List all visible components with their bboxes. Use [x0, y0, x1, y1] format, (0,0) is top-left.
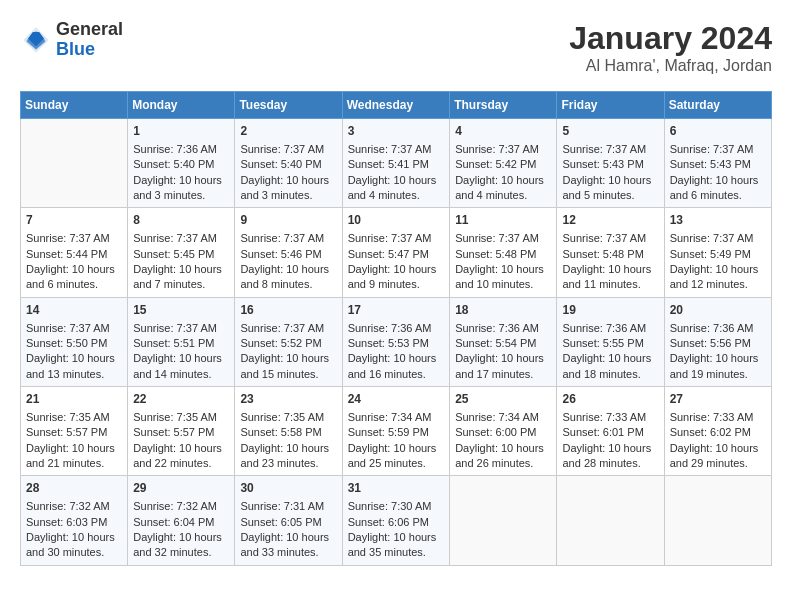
calendar-cell: 9Sunrise: 7:37 AMSunset: 5:46 PMDaylight… — [235, 208, 342, 297]
day-info: Sunrise: 7:36 AM — [455, 321, 551, 336]
day-info: Sunset: 5:53 PM — [348, 336, 445, 351]
day-info: Daylight: 10 hours — [670, 262, 766, 277]
page-header: General Blue January 2024 Al Hamra', Maf… — [20, 20, 772, 75]
day-number: 12 — [562, 212, 658, 229]
day-number: 2 — [240, 123, 336, 140]
day-info: and 32 minutes. — [133, 545, 229, 560]
day-info: Sunrise: 7:37 AM — [348, 231, 445, 246]
calendar-cell: 6Sunrise: 7:37 AMSunset: 5:43 PMDaylight… — [664, 119, 771, 208]
day-info: Sunset: 6:02 PM — [670, 425, 766, 440]
calendar-cell: 17Sunrise: 7:36 AMSunset: 5:53 PMDayligh… — [342, 297, 450, 386]
day-header-thursday: Thursday — [450, 92, 557, 119]
calendar-cell: 3Sunrise: 7:37 AMSunset: 5:41 PMDaylight… — [342, 119, 450, 208]
day-info: and 26 minutes. — [455, 456, 551, 471]
day-info: and 3 minutes. — [133, 188, 229, 203]
day-info: Sunrise: 7:37 AM — [670, 142, 766, 157]
calendar-cell: 16Sunrise: 7:37 AMSunset: 5:52 PMDayligh… — [235, 297, 342, 386]
calendar-cell: 23Sunrise: 7:35 AMSunset: 5:58 PMDayligh… — [235, 387, 342, 476]
day-number: 16 — [240, 302, 336, 319]
day-number: 9 — [240, 212, 336, 229]
day-info: Sunset: 5:56 PM — [670, 336, 766, 351]
day-info: Sunset: 5:42 PM — [455, 157, 551, 172]
day-info: Sunset: 5:47 PM — [348, 247, 445, 262]
calendar-cell: 21Sunrise: 7:35 AMSunset: 5:57 PMDayligh… — [21, 387, 128, 476]
day-info: and 19 minutes. — [670, 367, 766, 382]
day-info: Sunrise: 7:32 AM — [26, 499, 122, 514]
calendar-cell: 10Sunrise: 7:37 AMSunset: 5:47 PMDayligh… — [342, 208, 450, 297]
day-info: Daylight: 10 hours — [562, 173, 658, 188]
day-info: Daylight: 10 hours — [670, 173, 766, 188]
calendar-cell: 20Sunrise: 7:36 AMSunset: 5:56 PMDayligh… — [664, 297, 771, 386]
day-info: Daylight: 10 hours — [133, 262, 229, 277]
day-info: Daylight: 10 hours — [26, 530, 122, 545]
day-number: 5 — [562, 123, 658, 140]
day-info: Daylight: 10 hours — [562, 262, 658, 277]
day-info: Daylight: 10 hours — [670, 351, 766, 366]
day-info: Daylight: 10 hours — [455, 441, 551, 456]
day-info: Sunrise: 7:33 AM — [670, 410, 766, 425]
calendar-cell: 22Sunrise: 7:35 AMSunset: 5:57 PMDayligh… — [128, 387, 235, 476]
day-info: Sunrise: 7:36 AM — [562, 321, 658, 336]
day-info: Daylight: 10 hours — [455, 173, 551, 188]
day-header-wednesday: Wednesday — [342, 92, 450, 119]
day-number: 10 — [348, 212, 445, 229]
day-number: 24 — [348, 391, 445, 408]
day-info: Sunrise: 7:37 AM — [26, 231, 122, 246]
day-header-saturday: Saturday — [664, 92, 771, 119]
day-header-sunday: Sunday — [21, 92, 128, 119]
calendar-header-row: SundayMondayTuesdayWednesdayThursdayFrid… — [21, 92, 772, 119]
day-info: Daylight: 10 hours — [348, 351, 445, 366]
calendar-week-row: 28Sunrise: 7:32 AMSunset: 6:03 PMDayligh… — [21, 476, 772, 565]
calendar-cell — [450, 476, 557, 565]
day-number: 31 — [348, 480, 445, 497]
day-info: and 5 minutes. — [562, 188, 658, 203]
day-info: Sunrise: 7:33 AM — [562, 410, 658, 425]
day-info: Sunset: 5:48 PM — [455, 247, 551, 262]
day-info: Sunrise: 7:36 AM — [348, 321, 445, 336]
calendar-cell: 8Sunrise: 7:37 AMSunset: 5:45 PMDaylight… — [128, 208, 235, 297]
calendar-subtitle: Al Hamra', Mafraq, Jordan — [569, 57, 772, 75]
day-info: and 3 minutes. — [240, 188, 336, 203]
day-info: Sunrise: 7:37 AM — [562, 142, 658, 157]
day-info: and 14 minutes. — [133, 367, 229, 382]
day-info: and 7 minutes. — [133, 277, 229, 292]
day-info: and 12 minutes. — [670, 277, 766, 292]
day-info: Sunset: 5:58 PM — [240, 425, 336, 440]
day-info: Daylight: 10 hours — [240, 351, 336, 366]
calendar-cell: 19Sunrise: 7:36 AMSunset: 5:55 PMDayligh… — [557, 297, 664, 386]
calendar-cell — [557, 476, 664, 565]
calendar-cell: 7Sunrise: 7:37 AMSunset: 5:44 PMDaylight… — [21, 208, 128, 297]
calendar-cell: 29Sunrise: 7:32 AMSunset: 6:04 PMDayligh… — [128, 476, 235, 565]
day-info: Sunset: 5:45 PM — [133, 247, 229, 262]
day-info: Daylight: 10 hours — [240, 441, 336, 456]
day-info: Sunset: 5:40 PM — [133, 157, 229, 172]
day-number: 26 — [562, 391, 658, 408]
day-info: and 25 minutes. — [348, 456, 445, 471]
day-info: Daylight: 10 hours — [133, 351, 229, 366]
day-info: and 8 minutes. — [240, 277, 336, 292]
calendar-cell: 12Sunrise: 7:37 AMSunset: 5:48 PMDayligh… — [557, 208, 664, 297]
calendar-cell: 31Sunrise: 7:30 AMSunset: 6:06 PMDayligh… — [342, 476, 450, 565]
day-info: and 9 minutes. — [348, 277, 445, 292]
calendar-cell: 24Sunrise: 7:34 AMSunset: 5:59 PMDayligh… — [342, 387, 450, 476]
day-info: Sunset: 5:54 PM — [455, 336, 551, 351]
day-number: 14 — [26, 302, 122, 319]
day-info: Sunrise: 7:37 AM — [670, 231, 766, 246]
day-number: 19 — [562, 302, 658, 319]
day-info: Sunrise: 7:37 AM — [240, 231, 336, 246]
day-info: and 16 minutes. — [348, 367, 445, 382]
calendar-cell: 25Sunrise: 7:34 AMSunset: 6:00 PMDayligh… — [450, 387, 557, 476]
logo-text: General Blue — [56, 20, 123, 60]
day-number: 17 — [348, 302, 445, 319]
day-number: 8 — [133, 212, 229, 229]
day-info: Daylight: 10 hours — [562, 351, 658, 366]
day-number: 20 — [670, 302, 766, 319]
day-header-friday: Friday — [557, 92, 664, 119]
day-info: and 18 minutes. — [562, 367, 658, 382]
day-info: Daylight: 10 hours — [26, 351, 122, 366]
calendar-cell: 27Sunrise: 7:33 AMSunset: 6:02 PMDayligh… — [664, 387, 771, 476]
day-info: Sunset: 5:52 PM — [240, 336, 336, 351]
day-info: Sunset: 6:05 PM — [240, 515, 336, 530]
day-info: and 4 minutes. — [455, 188, 551, 203]
day-number: 7 — [26, 212, 122, 229]
